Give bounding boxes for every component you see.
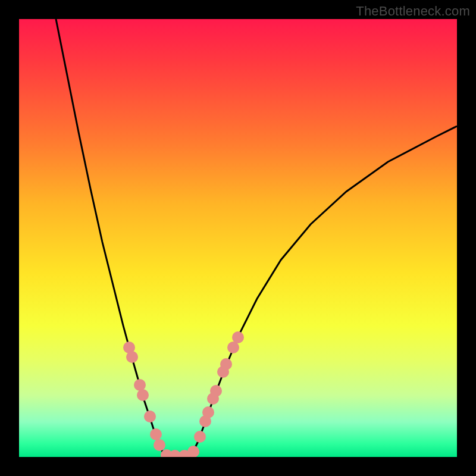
bead-marker bbox=[126, 351, 138, 363]
bead-marker bbox=[144, 411, 156, 422]
watermark-text: TheBottleneck.com bbox=[356, 4, 470, 19]
bead-marker bbox=[210, 385, 222, 397]
bottleneck-curve bbox=[19, 19, 457, 457]
bead-marker bbox=[137, 389, 149, 401]
bead-marker bbox=[154, 439, 165, 451]
bead-marker bbox=[194, 431, 206, 443]
data-beads bbox=[123, 331, 244, 457]
bead-marker bbox=[227, 342, 239, 353]
chart-frame: TheBottleneck.com bbox=[0, 0, 476, 476]
bead-marker bbox=[150, 428, 162, 440]
plot-area bbox=[19, 19, 457, 457]
bead-marker bbox=[220, 358, 232, 370]
bead-marker bbox=[187, 446, 199, 457]
bead-marker bbox=[232, 331, 244, 343]
bead-marker bbox=[134, 379, 146, 391]
bead-marker bbox=[202, 406, 214, 418]
